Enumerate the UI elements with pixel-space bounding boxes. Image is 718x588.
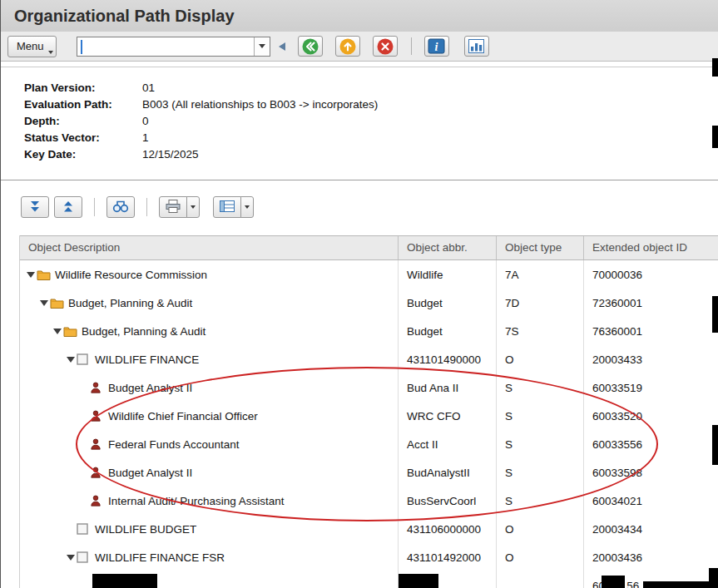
object-description[interactable]: WILDLIFE BUDGET xyxy=(95,523,196,536)
back-icon xyxy=(301,37,319,56)
header-info-panel: Plan Version: 01 Evaluation Path: B003 (… xyxy=(1,67,718,180)
object-type: S xyxy=(497,373,584,402)
chevron-down-icon xyxy=(245,205,250,209)
extended-object-id: 70000036 xyxy=(584,260,718,289)
expander-icon[interactable] xyxy=(38,300,50,306)
cancel-button[interactable] xyxy=(373,36,398,57)
table-row[interactable]: WILDLIFE FINANCE FSR 431101492000 O 2000… xyxy=(20,543,718,571)
object-abbr: BusServCoorl xyxy=(399,487,497,515)
object-description[interactable]: WILDLIFE FINANCE FSR xyxy=(95,551,225,564)
object-type: 7A xyxy=(497,260,584,289)
chevron-down-icon xyxy=(259,44,265,48)
expander-icon[interactable] xyxy=(65,357,77,363)
exit-button[interactable] xyxy=(335,36,360,57)
page-title: Organizational Path Display xyxy=(14,7,235,26)
extended-object-id: 76360001 xyxy=(584,317,718,345)
redaction-bar xyxy=(712,126,718,148)
info-icon: i xyxy=(428,38,445,54)
table-row[interactable]: Federal Funds Accountant Acct II S 60033… xyxy=(20,430,718,458)
description-cell: Wildlife Chief Financial Officer xyxy=(20,402,399,430)
header-field: Plan Version: 01 xyxy=(24,80,718,96)
table-row[interactable]: WILDLIFE FINANCE 431101490000 O 20003433 xyxy=(20,345,718,373)
table-view-button[interactable] xyxy=(464,36,489,57)
info-button[interactable]: i xyxy=(424,36,449,57)
object-description[interactable]: WILDLIFE FINANCE xyxy=(95,353,199,366)
menu-dropdown-icon xyxy=(48,51,53,54)
table-row[interactable]: Wildlife Chief Financial Officer WRC CFO… xyxy=(20,402,718,430)
tree-indent xyxy=(20,501,78,502)
object-type: S xyxy=(497,430,584,458)
header-field-label: Key Date: xyxy=(24,146,142,163)
printer-icon xyxy=(165,199,181,216)
header-field-label: Depth: xyxy=(24,113,142,130)
expander-icon[interactable] xyxy=(65,555,77,561)
command-field[interactable] xyxy=(77,37,270,57)
column-label: Extended object ID xyxy=(592,241,687,254)
expand-all-button[interactable] xyxy=(21,196,49,218)
object-description[interactable]: Budget Analyst II xyxy=(108,382,192,394)
person-icon xyxy=(90,495,106,506)
menu-button[interactable]: Menu xyxy=(7,36,57,57)
extended-object-id: 20003433 xyxy=(584,345,718,373)
object-type: S xyxy=(497,458,584,487)
table-row[interactable]: Internal Audit/ Purchasing Assistant Bus… xyxy=(20,487,718,515)
header-field: Key Date: 12/15/2025 xyxy=(24,146,718,163)
object-description[interactable]: Budget, Planning & Audit xyxy=(82,325,205,338)
tree-indent xyxy=(20,586,78,586)
description-cell: WILDLIFE FINANCE xyxy=(20,345,399,373)
tree-toolbar-separator xyxy=(94,198,95,216)
description-cell: WILDLIFE FINANCE FSR xyxy=(20,543,399,571)
folder-icon xyxy=(50,298,66,309)
object-description[interactable]: Budget, Planning & Audit xyxy=(68,297,192,309)
object-abbr: Budget xyxy=(399,289,497,317)
redaction-bar xyxy=(602,576,625,588)
print-dropdown-button[interactable] xyxy=(186,196,200,218)
table-row[interactable]: Budget Analyst II BudAnalystII S 6003359… xyxy=(20,458,718,487)
object-description[interactable]: Wildlife Chief Financial Officer xyxy=(108,410,258,422)
collapse-all-button[interactable] xyxy=(54,196,82,218)
object-description[interactable]: Wildlife Resource Commission xyxy=(55,269,207,281)
object-type xyxy=(497,571,584,588)
column-header[interactable]: Object type xyxy=(497,236,584,259)
command-input[interactable] xyxy=(77,37,254,56)
object-type: S xyxy=(497,487,584,515)
person-icon xyxy=(90,438,106,450)
header-field-value: 0 xyxy=(142,113,149,130)
view-settings-button[interactable] xyxy=(213,196,241,218)
find-button[interactable] xyxy=(106,196,135,218)
column-header[interactable]: Extended object ID xyxy=(584,236,718,259)
command-dropdown-button[interactable] xyxy=(254,37,270,56)
table-row[interactable]: Budget, Planning & Audit Budget 7S 76360… xyxy=(20,317,718,345)
table-row[interactable]: Budget Analyst II Bud Ana II S 60033519 xyxy=(20,373,718,402)
object-abbr: Wildlife xyxy=(399,260,497,289)
tree-indent xyxy=(20,416,78,417)
redaction-bar xyxy=(712,58,718,77)
expander-icon[interactable] xyxy=(52,329,63,334)
column-label: Object abbr. xyxy=(407,241,468,254)
description-cell xyxy=(20,571,399,588)
object-description[interactable]: Federal Funds Accountant xyxy=(108,438,240,451)
tree-indent xyxy=(20,472,78,473)
print-button[interactable] xyxy=(159,196,187,218)
org-tree-table: Object Description Object abbr. Object t… xyxy=(19,235,718,588)
table-row[interactable]: Wildlife Resource Commission Wildlife 7A… xyxy=(20,260,718,289)
table-row[interactable]: Budget, Planning & Audit Budget 7D 72360… xyxy=(20,289,718,317)
header-field-value: 1 xyxy=(142,130,149,146)
table-row[interactable]: WILDLIFE BUDGET 431106000000 O 20003434 xyxy=(20,515,718,543)
view-settings-icon xyxy=(219,200,235,215)
cancel-icon xyxy=(376,37,394,56)
column-header[interactable]: Object abbr. xyxy=(399,236,497,259)
collapse-panel-icon[interactable] xyxy=(279,42,285,51)
view-settings-dropdown-button[interactable] xyxy=(240,196,254,218)
object-abbr: 431101492000 xyxy=(399,543,497,571)
extended-object-id: 60034021 xyxy=(584,487,718,515)
table-chart-icon xyxy=(468,38,485,54)
expander-icon[interactable] xyxy=(25,272,37,278)
column-header[interactable]: Object Description xyxy=(20,236,399,259)
object-description[interactable]: Internal Audit/ Purchasing Assistant xyxy=(108,495,285,507)
back-button[interactable] xyxy=(298,36,323,57)
title-bar: Organizational Path Display xyxy=(1,0,718,32)
exit-icon xyxy=(339,37,357,56)
folder-icon xyxy=(37,269,52,280)
object-description[interactable]: Budget Analyst II xyxy=(108,467,192,479)
